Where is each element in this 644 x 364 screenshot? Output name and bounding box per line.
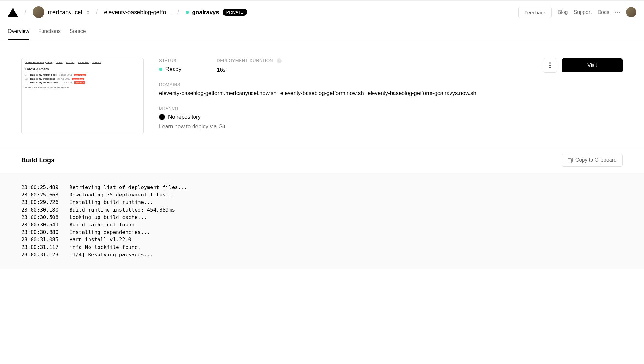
copy-label: Copy to Clipboard [575,157,617,163]
post-num: 02 [25,81,28,84]
header: / mertcanyucel / eleventy-baseblog-getfo… [0,0,644,23]
post-num: 03 [25,77,28,80]
post-tag: number-2 [74,81,85,84]
tab-functions[interactable]: Functions [38,23,61,40]
preview-footer: More posts can be found in the archive. [25,86,140,89]
preview-nav-link: Home [56,61,62,64]
post-tag: second-tag [72,78,84,80]
deployment-overview: Getform Eleventy Blog Home Archive About… [0,40,644,147]
log-message: info No lockfile found. [70,244,141,251]
breadcrumb-project[interactable]: eleventy-baseblog-getfo... [104,9,171,16]
visit-button[interactable]: Visit [562,58,623,72]
duration-label: DEPLOYMENT DURATION i [217,58,282,63]
deployment-name-text: goalravys [192,9,219,16]
details-top-row: STATUS Ready DEPLOYMENT DURATION i 16s V… [159,58,623,73]
warning-icon: ! [159,114,165,120]
deployment-details: STATUS Ready DEPLOYMENT DURATION i 16s V… [159,58,623,134]
log-message: Looking up build cache... [70,214,147,221]
log-line: 23:00:25.663Downloading 35 deployment fi… [21,191,623,198]
copy-clipboard-button[interactable]: Copy to Clipboard [562,154,623,167]
deployment-preview[interactable]: Getform Eleventy Blog Home Archive About… [21,58,144,134]
log-message: Build runtime installed: 454.389ms [70,206,175,214]
branch-row: ! No repository [159,114,623,120]
duration-value: 16s [217,67,282,73]
tab-overview[interactable]: Overview [8,23,29,40]
preview-footer-link: the archive [57,86,69,89]
log-message: Downloading 35 deployment files... [70,191,175,198]
scope-switcher-icon[interactable] [87,11,89,14]
feedback-button[interactable]: Feedback [518,7,552,18]
log-timestamp: 23:00:31.085 [21,236,59,243]
status-value: Ready [159,66,181,72]
log-line: 23:00:30.880Installing dependencies... [21,228,623,236]
log-timestamp: 23:00:30.549 [21,221,59,228]
duration-block: DEPLOYMENT DURATION i 16s [217,58,282,73]
username-text: mertcanyucel [48,9,82,16]
log-message: Build cache not found [70,221,135,228]
post-num: 04 [25,73,28,76]
log-timestamp: 23:00:30.180 [21,206,59,214]
more-menu-icon[interactable] [615,12,620,13]
tab-source[interactable]: Source [70,23,86,40]
nav-link-support[interactable]: Support [574,9,592,15]
log-timestamp: 23:00:31.123 [21,251,59,258]
private-badge: PRIVATE [223,9,247,16]
breadcrumb-slash: / [96,8,98,16]
breadcrumb-slash: / [24,8,26,16]
preview-site-title: Getform Eleventy Blog [25,61,52,64]
log-line: 23:00:31.085yarn install v1.22.0 [21,236,623,243]
preview-nav: Getform Eleventy Blog Home Archive About… [25,61,140,64]
breadcrumb-scope[interactable]: mertcanyucel [33,6,89,18]
preview-post: 04 This is my fourth post. 18 Sep 2018 a… [25,73,140,76]
account-avatar[interactable] [626,7,636,17]
preview-nav-link: Contact [92,61,101,64]
domains-label: DOMAINS [159,82,623,87]
log-timestamp: 23:00:30.880 [21,228,59,236]
post-title: This is my second post. [30,81,59,84]
domain-link[interactable]: eleventy-baseblog-getform.now.sh [280,90,364,97]
build-logs: 23:00:25.489Retrieving list of deploymen… [0,173,644,269]
branch-value: No repository [168,114,201,120]
vercel-logo-icon[interactable] [8,8,18,17]
log-timestamp: 23:00:30.508 [21,214,59,221]
git-help-link[interactable]: Learn how to deploy via Git [159,123,623,130]
log-line: 23:00:30.508Looking up build cache... [21,214,623,221]
log-line: 23:00:25.489Retrieving list of deploymen… [21,184,623,191]
post-date: 18 Sep 2018 [59,74,72,76]
log-message: yarn install v1.22.0 [70,236,132,243]
post-title: This is my third post. [30,77,55,80]
build-logs-header: Build Logs Copy to Clipboard [0,147,644,173]
post-title: This is my fourth post. [30,73,57,76]
preview-nav-link: About Me [78,61,89,64]
log-message: Installing dependencies... [70,228,150,236]
header-right: Feedback Blog Support Docs [518,7,636,18]
log-timestamp: 23:00:31.117 [21,244,59,251]
nav-link-docs[interactable]: Docs [598,9,609,15]
branch-block: BRANCH ! No repository Learn how to depl… [159,106,623,130]
status-text: Ready [166,66,181,72]
status-dot-icon [186,11,189,14]
branch-label: BRANCH [159,106,623,110]
project-name-text: eleventy-baseblog-getfo... [104,9,171,16]
status-block: STATUS Ready [159,58,181,72]
preview-heading: Latest 3 Posts [25,67,140,71]
log-line: 23:00:31.123[1/4] Resolving packages... [21,251,623,258]
domains-list: eleventy-baseblog-getform.mertcanyucel.n… [159,90,623,97]
deployment-actions: Visit [543,58,623,73]
build-logs-title: Build Logs [21,157,54,164]
breadcrumb-deployment[interactable]: goalravys PRIVATE [186,9,247,16]
tabs: Overview Functions Source [0,23,644,40]
log-line: 23:00:30.180Build runtime installed: 454… [21,206,623,214]
domain-link[interactable]: eleventy-baseblog-getform.mertcanyucel.n… [159,90,277,97]
domains-block: DOMAINS eleventy-baseblog-getform.mertca… [159,82,623,97]
deployment-menu-button[interactable] [543,58,557,73]
log-line: 23:00:31.117info No lockfile found. [21,244,623,251]
preview-post: 02 This is my second post. 04 Jul 2018 n… [25,81,140,84]
log-timestamp: 23:00:29.726 [21,198,59,206]
log-timestamp: 23:00:25.489 [21,184,59,191]
log-message: Installing build runtime... [70,198,153,206]
domain-link[interactable]: eleventy-baseblog-getform-goalravys.now.… [368,90,476,97]
info-icon[interactable]: i [277,58,282,63]
nav-link-blog[interactable]: Blog [557,9,568,15]
copy-icon [568,158,572,163]
